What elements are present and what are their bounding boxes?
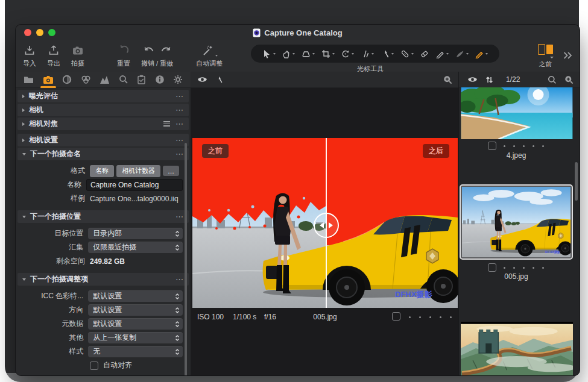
- pointer-tool[interactable]: [262, 49, 276, 58]
- export-icon: [48, 45, 60, 57]
- tab-adjustments-clipboard-icon[interactable]: [137, 72, 146, 87]
- undo-redo-button[interactable]: 撤销 / 重做: [141, 45, 173, 68]
- tab-metadata-info-icon[interactable]: [155, 72, 165, 87]
- iso-value: ISO 100: [197, 313, 224, 321]
- tab-lens-circle-icon[interactable]: [62, 72, 72, 87]
- draw-mask-tool[interactable]: [475, 49, 488, 58]
- panel-camera[interactable]: 相机 ⋯: [17, 104, 189, 116]
- more-icon[interactable]: ⋯: [175, 137, 184, 143]
- pick-checkbox[interactable]: [488, 142, 496, 150]
- free-space-value: 249.82 GB: [90, 257, 125, 266]
- more-icon[interactable]: ⋯: [175, 277, 184, 283]
- rating-dots[interactable]: [504, 145, 544, 147]
- thumbnail-car-selected[interactable]: [460, 184, 573, 260]
- document-icon: [253, 28, 261, 37]
- viewer-image[interactable]: DFHX摄影 之前 之后: [192, 138, 458, 308]
- auto-align-label: 自动对齐: [103, 360, 132, 371]
- capture-button[interactable]: 拍摄: [71, 45, 84, 68]
- import-button[interactable]: 导入: [23, 45, 36, 68]
- magic-wand-icon: [201, 45, 218, 57]
- style-select[interactable]: 无: [88, 346, 183, 357]
- rating-dots[interactable]: [504, 267, 544, 269]
- more-icon[interactable]: ⋯: [175, 214, 184, 220]
- tool-tabs: [16, 72, 191, 88]
- icc-select[interactable]: 默认设置: [88, 290, 183, 302]
- metadata-label: 元数据: [25, 319, 88, 329]
- tab-library-folder-icon[interactable]: [24, 73, 34, 87]
- sort-icon[interactable]: [485, 76, 493, 84]
- heal-tool[interactable]: [400, 49, 414, 58]
- thumb-meta-row: [488, 263, 544, 272]
- browser-toolbar: 1/22: [459, 72, 580, 88]
- thumbnail-beach[interactable]: [461, 87, 573, 139]
- search-icon[interactable]: [548, 75, 557, 84]
- thumbnail-filename: 005.jpg: [459, 272, 574, 281]
- style-label: 样式: [25, 346, 88, 357]
- split-handle[interactable]: [314, 213, 339, 238]
- metadata-select[interactable]: 默认设置: [88, 318, 183, 330]
- tool-panels: 曝光评估 ⋯ 相机 ⋯ 相机对焦 ⋯ 相机设置 ⋯: [16, 89, 191, 375]
- window-title: Capture One Catalog: [264, 28, 342, 37]
- chevron-right-icon: [22, 139, 25, 142]
- hand-tool[interactable]: [282, 49, 295, 58]
- mask-brush-icon[interactable]: [215, 76, 223, 84]
- tab-details-magnifier-icon[interactable]: [119, 72, 128, 87]
- token-name-chip[interactable]: 名称: [90, 165, 114, 177]
- undo-icon[interactable]: [144, 45, 154, 57]
- auto-align-checkbox[interactable]: [90, 362, 98, 370]
- format-more-button[interactable]: …: [163, 166, 179, 176]
- sample-value: Capture One...talog0000.iiq: [90, 195, 179, 203]
- eraser-tool[interactable]: [420, 49, 429, 58]
- brush-tool[interactable]: [381, 49, 394, 58]
- zoom-in-icon[interactable]: [564, 75, 574, 84]
- name-label: 名称: [25, 180, 86, 190]
- shutter-value: 1/100 s: [233, 313, 256, 321]
- reset-button[interactable]: 重置: [117, 45, 130, 68]
- tab-color-wheels-icon[interactable]: [81, 72, 91, 87]
- main-toolbar: 导入 导出 拍摄 重置: [16, 40, 580, 72]
- eye-icon[interactable]: [197, 76, 207, 83]
- export-button[interactable]: 导出: [47, 45, 60, 68]
- pen-tool[interactable]: [435, 49, 449, 58]
- hamburger-icon[interactable]: [163, 121, 170, 127]
- redo-icon[interactable]: [160, 45, 171, 57]
- panel-next-capture-location[interactable]: 下一个拍摄位置 ⋯: [17, 210, 189, 223]
- rating-dots[interactable]: [409, 316, 452, 318]
- more-icon[interactable]: ⋯: [175, 107, 184, 113]
- tab-settings-gear-icon[interactable]: [173, 72, 183, 87]
- auto-adjust-button[interactable]: 自动调整: [196, 45, 223, 68]
- panel-camera-settings[interactable]: 相机设置 ⋯: [17, 134, 189, 146]
- toolbar-overflow-chevron[interactable]: [563, 51, 572, 60]
- gradient-mask-tool[interactable]: [455, 49, 469, 58]
- orientation-select[interactable]: 默认设置: [88, 304, 183, 316]
- sample-label: 样例: [25, 193, 90, 204]
- straighten-tool[interactable]: [361, 49, 374, 58]
- pick-checkbox[interactable]: [488, 263, 496, 272]
- loupe-tool[interactable]: [302, 49, 315, 58]
- browser-scrollbar[interactable]: [575, 162, 578, 201]
- panel-next-capture-adjustments[interactable]: 下一个拍摄调整项 ⋯: [17, 273, 189, 286]
- thumbnail-great-wall[interactable]: [461, 322, 573, 376]
- more-icon[interactable]: ⋯: [175, 93, 184, 99]
- collection-select[interactable]: 仅限最近拍摄: [88, 242, 183, 253]
- other-select[interactable]: 从上一张复制: [88, 332, 183, 343]
- rotate-tool[interactable]: [341, 49, 354, 58]
- more-icon[interactable]: ⋯: [175, 151, 184, 157]
- titlebar: Capture One Catalog: [16, 25, 580, 41]
- destination-select[interactable]: 目录内部: [88, 228, 183, 239]
- sidebar-scrollbar[interactable]: [185, 143, 187, 376]
- panel-next-capture-naming[interactable]: 下一个拍摄命名 ⋯: [17, 148, 189, 160]
- before-after-icon: [538, 44, 553, 57]
- crop-tool[interactable]: [321, 49, 335, 58]
- eye-icon[interactable]: [467, 76, 478, 83]
- name-input[interactable]: [86, 179, 183, 191]
- pick-checkbox[interactable]: [392, 312, 400, 322]
- token-counter-chip[interactable]: 相机计数器: [116, 165, 160, 177]
- before-after-button[interactable]: 之前: [538, 44, 553, 69]
- panel-camera-focus[interactable]: 相机对焦 ⋯: [17, 117, 189, 130]
- tab-capture-camera-icon[interactable]: [43, 73, 54, 87]
- zoom-in-icon[interactable]: [443, 75, 452, 84]
- more-icon[interactable]: ⋯: [175, 121, 184, 127]
- panel-exposure-evaluation[interactable]: 曝光评估 ⋯: [17, 90, 189, 102]
- tab-exposure-levels-icon[interactable]: [100, 73, 110, 87]
